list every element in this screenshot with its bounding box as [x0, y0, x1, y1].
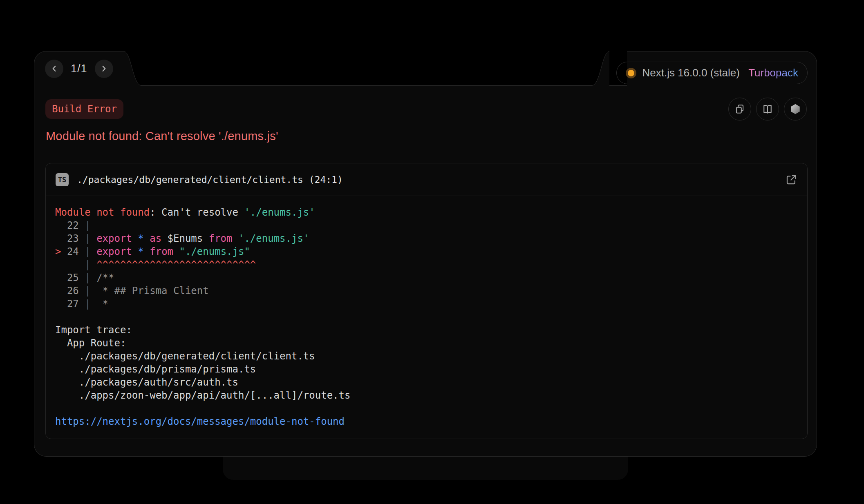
code-line: | ^^^^^^^^^^^^^^^^^^^^^^^^^^^: [55, 258, 807, 271]
open-in-editor-button[interactable]: [785, 174, 797, 186]
code-line: App Route:: [55, 337, 807, 350]
file-path: ./packages/db/generated/client/client.ts…: [77, 174, 343, 185]
code-line: [55, 402, 807, 415]
version-tab: Next.js 16.0.0 (stale) Turbopack: [627, 51, 817, 86]
error-count: 1/1: [71, 62, 87, 75]
code-line: 23 | export * as $Enums from './enums.js…: [55, 232, 807, 245]
chevron-left-icon: [50, 64, 59, 73]
error-pagination-tab: 1/1: [34, 51, 124, 86]
badge-row: Build Error: [45, 97, 807, 121]
tab-flare-right: [592, 51, 609, 86]
code-line: 27 | *: [55, 297, 807, 310]
code-line: Module not found: Can't resolve './enums…: [55, 206, 807, 219]
code-line: ./packages/auth/src/auth.ts: [55, 376, 807, 389]
code-line: 26 | * ## Prisma Client: [55, 284, 807, 297]
code-line: Import trace:: [55, 323, 807, 337]
toolbar: [728, 98, 807, 120]
tab-flare-left: [124, 51, 141, 86]
docs-button[interactable]: [756, 98, 779, 120]
module-not-found-docs-link[interactable]: https://nextjs.org/docs/messages/module-…: [55, 415, 345, 428]
code-line: [55, 310, 807, 323]
nodejs-button[interactable]: [784, 98, 807, 120]
next-error-button[interactable]: [95, 60, 113, 78]
dialog-body: Build Error: [34, 85, 817, 457]
code-line: 25 | /**: [55, 271, 807, 284]
code-frame: TS ./packages/db/generated/client/client…: [45, 163, 808, 439]
error-type-badge: Build Error: [45, 99, 123, 119]
code-frame-header: TS ./packages/db/generated/client/client…: [46, 163, 807, 196]
build-error-dialog: 1/1 Next.js 16.0.0 (stale) Turbopack Bui…: [34, 51, 817, 457]
code-line: ./packages/db/generated/client/client.ts: [55, 350, 807, 363]
error-output: Module not found: Can't resolve './enums…: [46, 196, 807, 428]
code-line: ./packages/db/prisma/prisma.ts: [55, 363, 807, 376]
version-text: Next.js 16.0.0 (stale): [642, 67, 743, 79]
copy-icon: [734, 104, 745, 114]
code-line: ./apps/zoon-web/app/api/auth/[...all]/ro…: [55, 389, 807, 402]
version-badge[interactable]: Next.js 16.0.0 (stale) Turbopack: [616, 62, 808, 84]
typescript-badge: TS: [56, 173, 69, 186]
turbopack-label: Turbopack: [748, 67, 798, 79]
code-line: 22 |: [55, 219, 807, 232]
previous-error-button[interactable]: [45, 60, 63, 78]
external-link-icon: [785, 174, 797, 186]
stacked-error-peek: [223, 456, 628, 480]
docs-book-icon: [762, 103, 773, 115]
dev-overlay-stage: 1/1 Next.js 16.0.0 (stale) Turbopack Bui…: [0, 0, 864, 504]
status-dot-icon: [628, 70, 634, 76]
error-title: Module not found: Can't resolve './enums…: [46, 129, 278, 143]
chevron-right-icon: [99, 64, 108, 73]
nodejs-hexagon-icon: [789, 103, 801, 115]
copy-error-button[interactable]: [728, 98, 751, 120]
code-lines: Module not found: Can't resolve './enums…: [55, 206, 807, 415]
code-line: > 24 | export * from "./enums.js": [55, 245, 807, 258]
